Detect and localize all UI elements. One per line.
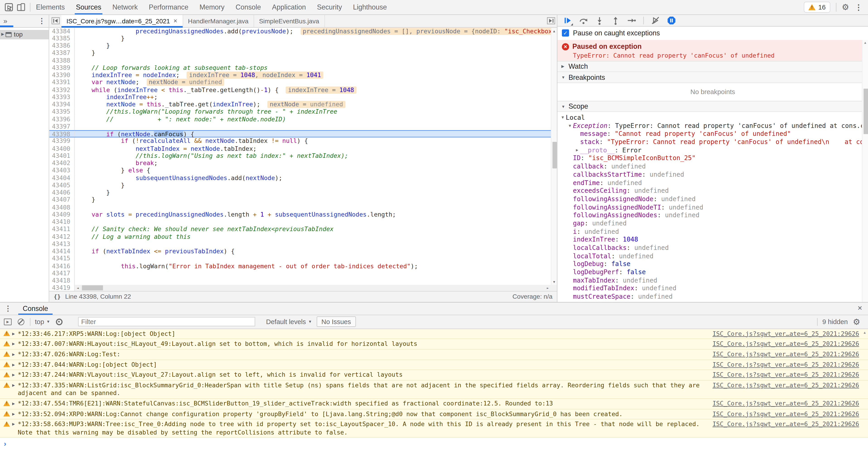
pause-on-exceptions-icon[interactable]: [667, 16, 676, 25]
step-over-icon[interactable]: [579, 16, 588, 25]
line-number[interactable]: 43412: [49, 233, 74, 240]
line-number[interactable]: 43416: [49, 262, 74, 269]
scope-row[interactable]: endTime: undefined: [557, 179, 868, 187]
warnings-badge[interactable]: ! 16: [804, 2, 830, 13]
line-number[interactable]: 43414: [49, 248, 74, 255]
close-tab-icon[interactable]: ✕: [173, 18, 177, 24]
scope-row[interactable]: followingAssignedNodes: undefined: [557, 211, 868, 219]
tab-memory[interactable]: Memory: [194, 0, 230, 15]
line-number[interactable]: 43407: [49, 196, 74, 204]
javascript-context-select[interactable]: top ▼: [35, 318, 50, 325]
scrollbar-thumb[interactable]: [82, 285, 103, 290]
line-number[interactable]: 43396: [49, 115, 74, 123]
caret-down-icon[interactable]: ▼: [567, 122, 573, 130]
tab-security[interactable]: Security: [311, 0, 347, 15]
scroll-up-icon[interactable]: ▲: [862, 330, 867, 334]
hidden-messages-count[interactable]: 9 hidden: [822, 318, 848, 325]
resume-script-icon[interactable]: [563, 16, 572, 25]
filter-input[interactable]: [78, 317, 255, 327]
line-number[interactable]: 43409: [49, 211, 74, 218]
line-number[interactable]: 43393: [49, 93, 74, 101]
line-number[interactable]: 43391: [49, 79, 74, 86]
line-number[interactable]: 43399: [49, 138, 74, 145]
caret-down-icon[interactable]: ▼: [561, 105, 566, 108]
scope-row[interactable]: localCallbacks: undefined: [557, 244, 868, 252]
expand-message-icon[interactable]: ▶: [12, 400, 18, 408]
expand-message-icon[interactable]: ▶: [12, 350, 18, 358]
expand-message-icon[interactable]: ▶: [12, 410, 18, 418]
line-number[interactable]: 43415: [49, 255, 74, 262]
show-more-tabs-icon[interactable]: »: [3, 17, 7, 25]
scroll-up-icon[interactable]: ▲: [551, 29, 557, 32]
scope-row[interactable]: exceedsCeiling: undefined: [557, 187, 868, 195]
line-number[interactable]: 43395: [49, 108, 74, 115]
console-tab[interactable]: Console: [16, 302, 55, 315]
line-number[interactable]: 43384: [49, 27, 74, 35]
scope-row[interactable]: followingAssignedNode: undefined: [557, 195, 868, 203]
scope-row[interactable]: gap: undefined: [557, 219, 868, 227]
line-number[interactable]: 43388: [49, 57, 74, 64]
expand-message-icon[interactable]: ▶: [12, 371, 18, 379]
line-number[interactable]: 43417: [49, 269, 74, 277]
line-number[interactable]: 43404: [49, 174, 74, 181]
line-number[interactable]: 43389: [49, 64, 74, 72]
no-issues-badge[interactable]: No Issues: [316, 317, 356, 327]
source-link[interactable]: ISC_Core.js?sgwt_ver…ate=6_25_2021:29626: [713, 371, 859, 379]
caret-right-icon[interactable]: ▶: [0, 32, 5, 37]
line-number[interactable]: 43385: [49, 35, 74, 42]
inspect-icon[interactable]: [4, 3, 13, 11]
settings-gear-icon[interactable]: ⚙: [842, 2, 849, 12]
tab-lighthouse[interactable]: Lighthouse: [347, 0, 393, 15]
editor-vertical-scrollbar[interactable]: ▲ ▼: [551, 27, 557, 285]
scope-row[interactable]: indexInTree: 1048: [557, 236, 868, 244]
breakpoints-section-header[interactable]: ▼ Breakpoints: [557, 72, 868, 83]
scroll-down-icon[interactable]: ▼: [551, 280, 557, 284]
next-tab-icon[interactable]: [545, 15, 557, 27]
drawer-menu-kebab-icon[interactable]: ⋮: [0, 302, 16, 315]
line-number[interactable]: 43406: [49, 189, 74, 196]
line-number[interactable]: 43390: [49, 72, 74, 79]
clear-console-icon[interactable]: [17, 317, 25, 326]
scope-row[interactable]: i: undefined: [557, 227, 868, 236]
line-number[interactable]: 43411: [49, 226, 74, 233]
line-number[interactable]: 43394: [49, 101, 74, 108]
pretty-print-icon[interactable]: {}: [54, 293, 61, 300]
source-link[interactable]: ISC_Core.js?sgwt_ver…ate=6_25_2021:29626: [713, 330, 859, 338]
pause-on-caught-checkbox[interactable]: ✓: [562, 29, 569, 37]
step-icon[interactable]: [627, 16, 636, 25]
scope-row[interactable]: callbacksStartTime: undefined: [557, 171, 868, 179]
source-link[interactable]: ISC_Core.js?sgwt_ver…ate=6_25_2021:29626: [713, 361, 859, 369]
expand-message-icon[interactable]: ▶: [12, 382, 18, 389]
file-tab[interactable]: SimpleEventBus.java: [254, 15, 325, 27]
scope-section-header[interactable]: ▼ Scope: [557, 101, 868, 112]
scrollbar-thumb[interactable]: [552, 142, 557, 168]
tab-performance[interactable]: Performance: [143, 0, 194, 15]
scroll-right-icon[interactable]: ►: [545, 286, 551, 290]
line-number[interactable]: 43386: [49, 42, 74, 50]
tab-elements[interactable]: Elements: [30, 0, 70, 15]
navigator-menu-icon[interactable]: ⋮: [38, 17, 45, 25]
live-expression-eye-icon[interactable]: [55, 317, 63, 326]
scope-row[interactable]: ▶__proto__: Error: [557, 146, 868, 154]
console-prompt[interactable]: ›: [0, 438, 868, 454]
sidebar-scrollbar[interactable]: ▲: [862, 40, 868, 302]
file-tab[interactable]: HandlerManager.java: [183, 15, 254, 27]
line-number[interactable]: 43413: [49, 240, 74, 248]
scope-row[interactable]: mustCreateSpace: undefined: [557, 292, 868, 301]
line-number[interactable]: 43418: [49, 277, 74, 284]
scope-row[interactable]: ▼Local: [557, 114, 868, 122]
scope-row[interactable]: followingAssignedNodeTI: undefined: [557, 203, 868, 211]
line-number[interactable]: 43419: [49, 284, 74, 291]
scroll-up-icon[interactable]: ▲: [863, 41, 868, 45]
scope-row[interactable]: callback: undefined: [557, 162, 868, 171]
line-number[interactable]: 43403: [49, 167, 74, 174]
device-toolbar-icon[interactable]: [17, 3, 25, 11]
expand-message-icon[interactable]: ▶: [12, 421, 18, 428]
console-sidebar-icon[interactable]: [3, 317, 12, 326]
tab-console[interactable]: Console: [230, 0, 267, 15]
line-number[interactable]: 43398: [49, 131, 74, 137]
scope-row[interactable]: modifiedTabIndex: undefined: [557, 284, 868, 292]
scope-row[interactable]: ▼Exception: TypeError: Cannot read prope…: [557, 122, 868, 130]
source-link[interactable]: ISC_Core.js?sgwt_ver…ate=6_25_2021:29626: [713, 382, 859, 390]
frame-tree-item-top[interactable]: ▶ top: [0, 30, 49, 39]
